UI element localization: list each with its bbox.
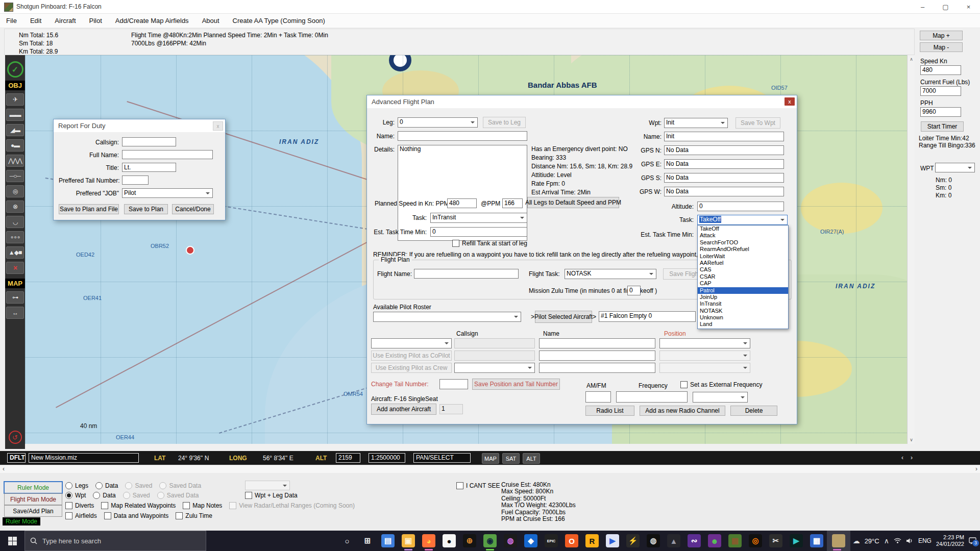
cooler-master-icon[interactable]: ◍ <box>643 531 664 551</box>
callsign-input[interactable] <box>122 137 176 146</box>
save-position-tail-button[interactable]: Save Position and Tail Number <box>472 379 560 390</box>
scroll-down-icon[interactable]: ∨ <box>908 437 915 442</box>
bar-left-arrow-icon[interactable]: ‹ <box>901 454 903 461</box>
ruler-icon[interactable]: ↔ <box>6 307 24 319</box>
est-task-time-input[interactable]: 0 <box>430 227 527 237</box>
menu-item[interactable]: Edit <box>30 17 41 24</box>
gps-w-input[interactable]: No Data <box>664 187 784 196</box>
save-plan-button[interactable]: Save to Plan <box>124 204 168 214</box>
firefox-icon[interactable]: ◕ <box>419 531 439 551</box>
radio-option[interactable]: Data <box>93 492 115 499</box>
delete-radio-button[interactable]: Delete <box>730 406 777 416</box>
save-to-wpt-button[interactable]: Save To Wpt <box>736 117 780 129</box>
leg-task-combo[interactable]: InTransit <box>430 213 527 223</box>
rockstar-icon[interactable]: R <box>582 531 602 551</box>
planned-speed-input[interactable]: 480 <box>447 198 477 208</box>
steam-icon[interactable]: ◉ <box>480 531 500 551</box>
task-dropdown-option[interactable]: LoiterWait <box>698 253 788 260</box>
snip-tool-icon[interactable]: ✂ <box>766 531 786 551</box>
frequency-input[interactable] <box>616 391 688 403</box>
wpt-name-input[interactable]: Init <box>664 132 784 141</box>
search-input[interactable] <box>41 537 186 545</box>
temperature-label[interactable]: 29°C <box>865 537 879 545</box>
task-dropdown-option[interactable]: TakeOff <box>698 226 788 232</box>
pilot-row3-name[interactable] <box>539 363 655 373</box>
task-dropdown-option[interactable]: Land <box>698 321 788 328</box>
file-explorer-icon[interactable]: ▣ <box>398 531 419 551</box>
tray-chevron-icon[interactable]: ∧ <box>884 537 889 545</box>
bullseye-icon[interactable]: ◎ <box>6 185 24 197</box>
wpt-select-combo[interactable]: Init <box>664 118 728 128</box>
task-dropdown-option[interactable]: CAP <box>698 280 788 287</box>
media-player-icon[interactable]: ▶ <box>602 531 623 551</box>
taskbar-search[interactable] <box>24 531 206 551</box>
wpt-task-combo[interactable]: TakeOff <box>697 215 788 225</box>
leg-name-input[interactable] <box>398 131 527 141</box>
carrier-ship-icon[interactable]: ▬▬ <box>6 109 24 121</box>
map-vertical-scrollbar[interactable]: ∧ ∨ <box>907 55 915 444</box>
ridge-aaa-icon[interactable]: ⋀⋀⋀ <box>6 155 24 167</box>
save-to-leg-button[interactable]: Save to Leg <box>483 117 526 128</box>
checkbox-option[interactable]: Diverts <box>65 502 94 509</box>
calculator-icon[interactable]: ▦ <box>806 531 827 551</box>
minecraft-icon[interactable]: ▦ <box>725 531 745 551</box>
radio-option[interactable]: Saved <box>125 482 152 489</box>
checkbox-option[interactable]: Map Related Waypoints <box>101 502 176 509</box>
ruler-mode-button[interactable]: Ruler Mode <box>4 482 62 493</box>
pilot-row3-position-combo[interactable] <box>659 363 750 373</box>
gps-e-input[interactable]: No Data <box>664 159 784 169</box>
map-layer-button[interactable]: MAP <box>482 453 499 464</box>
alt-layer-button[interactable]: ALT <box>523 453 540 464</box>
flight-plan-mode-button[interactable]: Flight Plan Mode <box>4 493 62 505</box>
task-dropdown-option[interactable]: AARefuel <box>698 260 788 266</box>
gps-s-input[interactable]: No Data <box>664 173 784 183</box>
notification-center[interactable]: 3 <box>969 537 977 545</box>
orange-ring-icon[interactable]: ◎ <box>745 531 766 551</box>
tail-number-input[interactable] <box>122 176 149 185</box>
menu-item[interactable]: About <box>202 17 219 24</box>
start-timer-button[interactable]: Start Timer <box>921 121 964 132</box>
menu-item[interactable]: Add/Create Map Airfields <box>115 17 189 24</box>
checkbox-option[interactable]: Zulu Time <box>176 512 212 519</box>
selected-aircraft-box[interactable]: #1 Falcon Empty 0 <box>599 311 696 322</box>
cancel-done-button[interactable]: Cancel/Done <box>172 204 214 214</box>
menu-item[interactable]: Create AA Type (Coming Soon) <box>233 17 325 24</box>
task-dropdown-option[interactable]: Patrol <box>698 287 788 294</box>
save-add-plan-button[interactable]: Save/Add Plan <box>4 505 62 517</box>
radio-option[interactable]: Saved <box>123 492 150 499</box>
task-dropdown-option[interactable]: CAS <box>698 266 788 273</box>
radio-option[interactable]: Legs <box>65 482 88 489</box>
task-dropdown-option[interactable]: Attack <box>698 232 788 239</box>
compass-game-icon[interactable]: ⊕ <box>459 531 480 551</box>
task-dropdown-option[interactable]: Unknown <box>698 314 788 321</box>
origin-icon[interactable]: O <box>561 531 582 551</box>
map-zoom-in-button[interactable]: Map + <box>920 31 963 40</box>
save-plan-file-button[interactable]: Save to Plan and File <box>59 204 119 214</box>
visual-studio-icon[interactable]: ∾ <box>684 531 704 551</box>
volume-icon[interactable] <box>906 538 914 544</box>
aircraft-count-input[interactable]: 1 <box>439 404 463 414</box>
speed-input[interactable]: 480 <box>920 65 961 75</box>
pilot-row1-name[interactable] <box>539 338 655 348</box>
fuel-input[interactable]: 7000 <box>920 86 961 96</box>
menu-item[interactable]: Aircraft <box>55 17 76 24</box>
winamp-icon[interactable]: ⚡ <box>623 531 643 551</box>
mail-app-icon[interactable]: ▤ <box>378 531 398 551</box>
minimize-button[interactable]: – <box>911 0 934 13</box>
ppm-input[interactable]: 166 <box>502 198 523 208</box>
amfm-input[interactable] <box>585 391 611 403</box>
job-combo[interactable]: Pilot <box>122 188 213 198</box>
battle-net-icon[interactable]: ◆ <box>521 531 541 551</box>
pilot-row2-callsign[interactable] <box>454 350 535 361</box>
leg-combo[interactable]: 0 <box>398 117 478 128</box>
scroll-left-icon[interactable]: ‹ <box>3 465 5 472</box>
pilot-row1-position-combo[interactable] <box>659 338 750 348</box>
shotgun-pinboard-taskbar-icon[interactable] <box>827 531 850 551</box>
crew-button[interactable]: Use Existing Pilot as Crew <box>371 363 452 373</box>
i-cant-see-checkbox[interactable]: I CANT SEE <box>456 482 500 489</box>
clock[interactable]: 2:23 PM 24/01/2022 <box>936 534 964 547</box>
task-dropdown-option[interactable]: SearchForTOO <box>698 239 788 246</box>
saved-data-combo[interactable] <box>245 481 290 490</box>
start-button[interactable] <box>0 531 24 551</box>
spiral-app-icon[interactable]: ◍ <box>500 531 521 551</box>
